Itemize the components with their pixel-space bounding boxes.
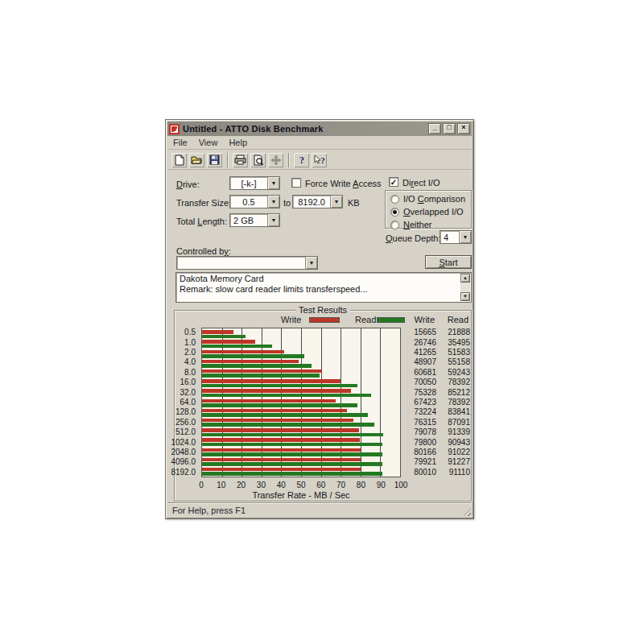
size-label: 512.0 bbox=[175, 427, 199, 437]
read-bar bbox=[202, 364, 312, 368]
write-bar bbox=[202, 448, 361, 452]
queue-depth-combo[interactable]: 4 ▼ bbox=[440, 230, 472, 244]
chart-row bbox=[202, 418, 400, 427]
dropdown-arrow-icon[interactable]: ▼ bbox=[267, 196, 279, 208]
controlled-by-combo[interactable]: ▼ bbox=[176, 256, 318, 270]
print-button[interactable] bbox=[232, 152, 249, 168]
check-icon: ✓ bbox=[390, 178, 397, 187]
x-tick-label: 50 bbox=[296, 481, 305, 489]
minimize-button[interactable]: _ bbox=[428, 123, 441, 134]
dropdown-arrow-icon[interactable]: ▼ bbox=[330, 196, 342, 208]
dropdown-arrow-icon[interactable]: ▼ bbox=[267, 214, 279, 226]
queue-depth-label: Queue Depth: bbox=[386, 233, 441, 243]
pan-button[interactable] bbox=[267, 152, 284, 168]
status-bar: For Help, press F1 bbox=[167, 503, 472, 517]
help-icon: ? bbox=[297, 155, 307, 166]
legend-read-swatch bbox=[377, 317, 405, 323]
size-label: 8.0 bbox=[175, 368, 199, 378]
radio-icon[interactable] bbox=[390, 195, 399, 204]
write-value: 26746 bbox=[406, 337, 436, 347]
io-comparison-option[interactable]: I/O Comparison bbox=[386, 191, 471, 205]
read-column-header: Read bbox=[441, 315, 469, 324]
dropdown-arrow-icon[interactable]: ▼ bbox=[459, 231, 471, 243]
read-bar bbox=[202, 452, 382, 456]
total-length-label: Total Length: bbox=[176, 217, 227, 226]
direct-io-checkbox[interactable]: ✓ bbox=[389, 177, 398, 187]
write-value: 70050 bbox=[406, 378, 436, 387]
maximize-button[interactable]: □ bbox=[443, 123, 456, 134]
resize-grip[interactable] bbox=[461, 506, 471, 516]
menu-help[interactable]: Help bbox=[223, 137, 253, 148]
save-button[interactable] bbox=[206, 152, 223, 168]
print-preview-button[interactable] bbox=[250, 152, 266, 168]
pan-icon bbox=[270, 155, 282, 166]
chart-row bbox=[202, 359, 400, 369]
context-help-button[interactable]: ? bbox=[311, 152, 328, 168]
write-value: 15665 bbox=[406, 328, 436, 337]
scroll-down-icon[interactable]: ▼ bbox=[460, 292, 470, 301]
direct-io-label: Direct I/O bbox=[402, 178, 440, 188]
total-length-combo[interactable]: 2 GB ▼ bbox=[229, 213, 280, 227]
kb-label: KB bbox=[348, 198, 360, 208]
size-label: 256.0 bbox=[175, 418, 199, 427]
read-bar bbox=[202, 403, 357, 407]
chart-row bbox=[202, 427, 400, 437]
menu-view[interactable]: View bbox=[193, 137, 224, 148]
x-tick-label: 40 bbox=[277, 481, 286, 489]
read-bar bbox=[202, 335, 246, 339]
app-icon bbox=[169, 124, 180, 134]
force-write-label: Force Write Access bbox=[305, 179, 382, 188]
comment-box[interactable]: Dakota Memory Card Remark: slow card rea… bbox=[175, 272, 472, 303]
chart-row bbox=[202, 398, 400, 407]
overlapped-io-label: Overlapped I/O bbox=[403, 207, 464, 217]
dropdown-arrow-icon[interactable]: ▼ bbox=[267, 177, 279, 189]
write-bar bbox=[202, 360, 299, 364]
read-value: 78392 bbox=[440, 378, 470, 387]
write-bar bbox=[202, 468, 361, 472]
scroll-up-icon[interactable]: ▲ bbox=[460, 274, 470, 283]
transfer-size-label: Transfer Size: bbox=[176, 198, 231, 208]
write-bar bbox=[202, 389, 351, 393]
read-bar bbox=[202, 462, 382, 466]
neither-option[interactable]: Neither bbox=[386, 218, 471, 231]
read-value: 59243 bbox=[440, 368, 470, 378]
read-value: 21888 bbox=[440, 328, 470, 337]
new-document-icon bbox=[174, 155, 185, 166]
write-value: 67423 bbox=[406, 398, 436, 407]
size-label: 16.0 bbox=[175, 378, 199, 387]
to-label: to bbox=[283, 198, 291, 208]
open-folder-icon bbox=[191, 155, 203, 165]
transfer-from-combo[interactable]: 0.5 ▼ bbox=[229, 195, 280, 208]
new-document-button[interactable] bbox=[171, 152, 188, 168]
toolbar-separator bbox=[227, 153, 229, 167]
write-bar bbox=[202, 409, 347, 413]
chart-row bbox=[202, 457, 400, 467]
radio-icon[interactable] bbox=[390, 208, 399, 217]
write-value: 80166 bbox=[406, 448, 436, 457]
menu-file[interactable]: File bbox=[167, 137, 193, 148]
write-column-header: Write bbox=[407, 315, 435, 324]
help-button[interactable]: ? bbox=[293, 152, 310, 168]
dropdown-arrow-icon[interactable]: ▼ bbox=[305, 257, 317, 269]
radio-icon[interactable] bbox=[390, 221, 399, 229]
write-value: 60681 bbox=[406, 368, 436, 378]
force-write-checkbox[interactable]: ✓ bbox=[291, 178, 301, 188]
write-bar bbox=[202, 330, 233, 334]
start-button[interactable]: Start bbox=[425, 255, 472, 269]
overlapped-io-option[interactable]: Overlapped I/O bbox=[386, 205, 471, 218]
open-folder-button[interactable] bbox=[188, 152, 205, 168]
read-value: 35495 bbox=[440, 337, 470, 347]
comment-line-2: Remark: slow card reader limits transfer… bbox=[180, 284, 460, 295]
write-values-column: 1566526746412654890760681700507532867423… bbox=[406, 328, 436, 477]
drive-combo[interactable]: [-k-] ▼ bbox=[229, 176, 280, 190]
write-value: 73224 bbox=[406, 407, 436, 417]
menu-bar: File View Help bbox=[167, 136, 472, 150]
size-label: 128.0 bbox=[175, 407, 199, 417]
write-value: 79078 bbox=[406, 427, 436, 437]
title-bar[interactable]: Untitled - ATTO Disk Benchmark _ □ × bbox=[167, 122, 472, 136]
transfer-to-combo[interactable]: 8192.0 ▼ bbox=[292, 195, 343, 208]
minimize-icon: _ bbox=[432, 123, 436, 131]
close-button[interactable]: × bbox=[457, 123, 470, 134]
x-tick-label: 70 bbox=[336, 481, 345, 489]
comment-scrollbar[interactable]: ▲ ▼ bbox=[460, 274, 470, 301]
